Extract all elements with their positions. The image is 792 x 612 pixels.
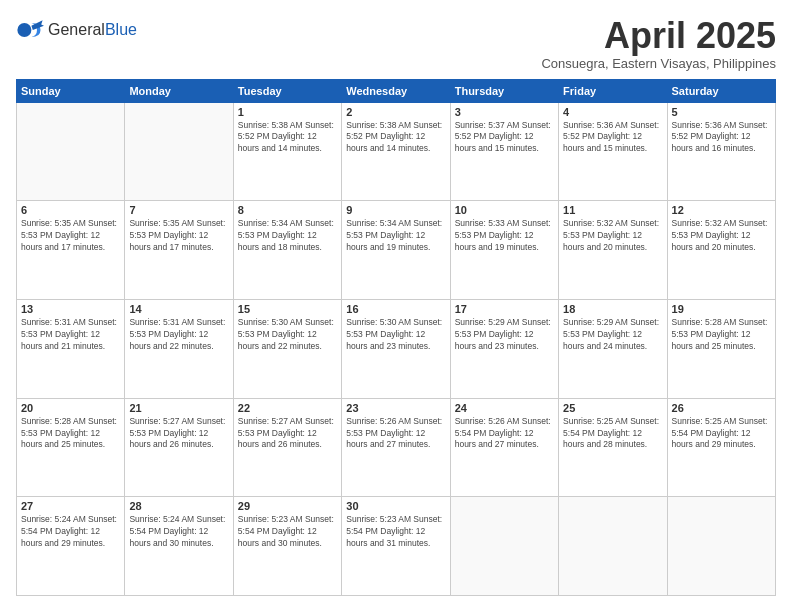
day-info: Sunrise: 5:34 AM Sunset: 5:53 PM Dayligh… — [346, 218, 445, 254]
day-info: Sunrise: 5:36 AM Sunset: 5:52 PM Dayligh… — [672, 120, 771, 156]
table-row: 30Sunrise: 5:23 AM Sunset: 5:54 PM Dayli… — [342, 497, 450, 596]
day-number: 1 — [238, 106, 337, 118]
day-number: 19 — [672, 303, 771, 315]
table-row — [125, 102, 233, 201]
page: GeneralBlue April 2025 Consuegra, Easter… — [0, 0, 792, 612]
table-row: 22Sunrise: 5:27 AM Sunset: 5:53 PM Dayli… — [233, 398, 341, 497]
day-info: Sunrise: 5:35 AM Sunset: 5:53 PM Dayligh… — [129, 218, 228, 254]
week-row-1: 6Sunrise: 5:35 AM Sunset: 5:53 PM Daylig… — [17, 201, 776, 300]
day-info: Sunrise: 5:26 AM Sunset: 5:53 PM Dayligh… — [346, 416, 445, 452]
day-number: 23 — [346, 402, 445, 414]
month-title: April 2025 — [541, 16, 776, 56]
table-row: 4Sunrise: 5:36 AM Sunset: 5:52 PM Daylig… — [559, 102, 667, 201]
col-thursday: Thursday — [450, 79, 558, 102]
day-number: 15 — [238, 303, 337, 315]
table-row: 13Sunrise: 5:31 AM Sunset: 5:53 PM Dayli… — [17, 299, 125, 398]
day-info: Sunrise: 5:30 AM Sunset: 5:53 PM Dayligh… — [238, 317, 337, 353]
title-block: April 2025 Consuegra, Eastern Visayas, P… — [541, 16, 776, 71]
table-row: 29Sunrise: 5:23 AM Sunset: 5:54 PM Dayli… — [233, 497, 341, 596]
calendar-body: 1Sunrise: 5:38 AM Sunset: 5:52 PM Daylig… — [17, 102, 776, 595]
table-row: 20Sunrise: 5:28 AM Sunset: 5:53 PM Dayli… — [17, 398, 125, 497]
day-info: Sunrise: 5:38 AM Sunset: 5:52 PM Dayligh… — [346, 120, 445, 156]
table-row: 28Sunrise: 5:24 AM Sunset: 5:54 PM Dayli… — [125, 497, 233, 596]
calendar-table: Sunday Monday Tuesday Wednesday Thursday… — [16, 79, 776, 596]
day-info: Sunrise: 5:28 AM Sunset: 5:53 PM Dayligh… — [21, 416, 120, 452]
day-number: 27 — [21, 500, 120, 512]
table-row: 10Sunrise: 5:33 AM Sunset: 5:53 PM Dayli… — [450, 201, 558, 300]
day-number: 5 — [672, 106, 771, 118]
logo: GeneralBlue — [16, 16, 137, 44]
table-row: 3Sunrise: 5:37 AM Sunset: 5:52 PM Daylig… — [450, 102, 558, 201]
table-row — [17, 102, 125, 201]
day-info: Sunrise: 5:27 AM Sunset: 5:53 PM Dayligh… — [129, 416, 228, 452]
day-number: 21 — [129, 402, 228, 414]
day-info: Sunrise: 5:29 AM Sunset: 5:53 PM Dayligh… — [563, 317, 662, 353]
day-info: Sunrise: 5:32 AM Sunset: 5:53 PM Dayligh… — [672, 218, 771, 254]
day-info: Sunrise: 5:32 AM Sunset: 5:53 PM Dayligh… — [563, 218, 662, 254]
table-row: 2Sunrise: 5:38 AM Sunset: 5:52 PM Daylig… — [342, 102, 450, 201]
day-number: 18 — [563, 303, 662, 315]
week-row-0: 1Sunrise: 5:38 AM Sunset: 5:52 PM Daylig… — [17, 102, 776, 201]
day-number: 8 — [238, 204, 337, 216]
logo-text: GeneralBlue — [48, 21, 137, 39]
day-number: 12 — [672, 204, 771, 216]
day-number: 24 — [455, 402, 554, 414]
calendar-header: Sunday Monday Tuesday Wednesday Thursday… — [17, 79, 776, 102]
day-number: 29 — [238, 500, 337, 512]
week-row-4: 27Sunrise: 5:24 AM Sunset: 5:54 PM Dayli… — [17, 497, 776, 596]
col-tuesday: Tuesday — [233, 79, 341, 102]
table-row: 21Sunrise: 5:27 AM Sunset: 5:53 PM Dayli… — [125, 398, 233, 497]
day-info: Sunrise: 5:35 AM Sunset: 5:53 PM Dayligh… — [21, 218, 120, 254]
table-row: 25Sunrise: 5:25 AM Sunset: 5:54 PM Dayli… — [559, 398, 667, 497]
day-number: 11 — [563, 204, 662, 216]
header: GeneralBlue April 2025 Consuegra, Easter… — [16, 16, 776, 71]
table-row: 17Sunrise: 5:29 AM Sunset: 5:53 PM Dayli… — [450, 299, 558, 398]
weekday-row: Sunday Monday Tuesday Wednesday Thursday… — [17, 79, 776, 102]
table-row: 8Sunrise: 5:34 AM Sunset: 5:53 PM Daylig… — [233, 201, 341, 300]
table-row: 19Sunrise: 5:28 AM Sunset: 5:53 PM Dayli… — [667, 299, 775, 398]
day-info: Sunrise: 5:24 AM Sunset: 5:54 PM Dayligh… — [129, 514, 228, 550]
day-info: Sunrise: 5:34 AM Sunset: 5:53 PM Dayligh… — [238, 218, 337, 254]
table-row: 11Sunrise: 5:32 AM Sunset: 5:53 PM Dayli… — [559, 201, 667, 300]
table-row: 14Sunrise: 5:31 AM Sunset: 5:53 PM Dayli… — [125, 299, 233, 398]
day-number: 9 — [346, 204, 445, 216]
day-info: Sunrise: 5:25 AM Sunset: 5:54 PM Dayligh… — [672, 416, 771, 452]
day-info: Sunrise: 5:29 AM Sunset: 5:53 PM Dayligh… — [455, 317, 554, 353]
table-row — [559, 497, 667, 596]
day-info: Sunrise: 5:28 AM Sunset: 5:53 PM Dayligh… — [672, 317, 771, 353]
day-number: 14 — [129, 303, 228, 315]
logo-blue: Blue — [105, 21, 137, 38]
day-info: Sunrise: 5:27 AM Sunset: 5:53 PM Dayligh… — [238, 416, 337, 452]
table-row: 12Sunrise: 5:32 AM Sunset: 5:53 PM Dayli… — [667, 201, 775, 300]
day-number: 22 — [238, 402, 337, 414]
day-number: 26 — [672, 402, 771, 414]
day-info: Sunrise: 5:23 AM Sunset: 5:54 PM Dayligh… — [346, 514, 445, 550]
table-row: 5Sunrise: 5:36 AM Sunset: 5:52 PM Daylig… — [667, 102, 775, 201]
logo-general: General — [48, 21, 105, 38]
table-row — [667, 497, 775, 596]
day-info: Sunrise: 5:25 AM Sunset: 5:54 PM Dayligh… — [563, 416, 662, 452]
week-row-2: 13Sunrise: 5:31 AM Sunset: 5:53 PM Dayli… — [17, 299, 776, 398]
day-number: 7 — [129, 204, 228, 216]
table-row: 6Sunrise: 5:35 AM Sunset: 5:53 PM Daylig… — [17, 201, 125, 300]
table-row: 9Sunrise: 5:34 AM Sunset: 5:53 PM Daylig… — [342, 201, 450, 300]
day-number: 10 — [455, 204, 554, 216]
col-wednesday: Wednesday — [342, 79, 450, 102]
day-info: Sunrise: 5:26 AM Sunset: 5:54 PM Dayligh… — [455, 416, 554, 452]
day-number: 30 — [346, 500, 445, 512]
day-info: Sunrise: 5:23 AM Sunset: 5:54 PM Dayligh… — [238, 514, 337, 550]
day-info: Sunrise: 5:31 AM Sunset: 5:53 PM Dayligh… — [21, 317, 120, 353]
table-row: 24Sunrise: 5:26 AM Sunset: 5:54 PM Dayli… — [450, 398, 558, 497]
day-info: Sunrise: 5:36 AM Sunset: 5:52 PM Dayligh… — [563, 120, 662, 156]
logo-icon — [16, 16, 44, 44]
table-row: 7Sunrise: 5:35 AM Sunset: 5:53 PM Daylig… — [125, 201, 233, 300]
day-number: 20 — [21, 402, 120, 414]
day-info: Sunrise: 5:38 AM Sunset: 5:52 PM Dayligh… — [238, 120, 337, 156]
week-row-3: 20Sunrise: 5:28 AM Sunset: 5:53 PM Dayli… — [17, 398, 776, 497]
day-number: 28 — [129, 500, 228, 512]
day-number: 4 — [563, 106, 662, 118]
day-info: Sunrise: 5:30 AM Sunset: 5:53 PM Dayligh… — [346, 317, 445, 353]
day-info: Sunrise: 5:37 AM Sunset: 5:52 PM Dayligh… — [455, 120, 554, 156]
day-info: Sunrise: 5:31 AM Sunset: 5:53 PM Dayligh… — [129, 317, 228, 353]
day-number: 2 — [346, 106, 445, 118]
